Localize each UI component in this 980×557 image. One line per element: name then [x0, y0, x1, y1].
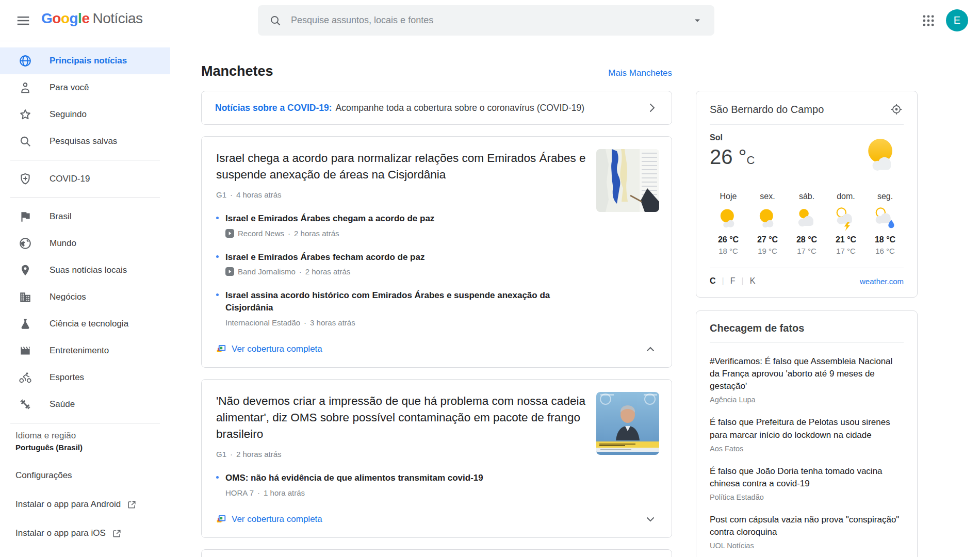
logo-letter: g — [70, 10, 78, 26]
bullet-icon — [216, 255, 219, 258]
article-title[interactable]: Israel chega a acordo para normalizar re… — [216, 150, 587, 183]
fact-check-headline[interactable]: #Verificamos: É falso que Assembleia Nac… — [710, 355, 904, 392]
film-icon — [19, 344, 32, 357]
article-thumbnail-who-briefing[interactable] — [596, 392, 659, 455]
sidebar-item-esportes[interactable]: Esportes — [0, 364, 170, 391]
main-content: Manchetes Mais Manchetes Notícias sobre … — [201, 41, 672, 557]
sidebar-item-label: Negócios — [50, 292, 86, 302]
sidebar-item-seguindo[interactable]: Seguindo — [0, 101, 170, 128]
install-ios-link[interactable]: Instalar o app para iOS — [15, 528, 170, 538]
related-article-title[interactable]: Israel e Emirados Árabes fecham acordo d… — [225, 251, 577, 264]
meta-dot: · — [230, 190, 233, 199]
full-coverage-link[interactable]: Ver cobertura completa — [216, 514, 322, 525]
bullet-icon — [216, 217, 219, 219]
fact-check-title: Checagem de fatos — [710, 322, 904, 334]
related-article-time: 3 horas atrás — [310, 318, 355, 327]
chevron-down-icon[interactable] — [644, 513, 657, 526]
external-link-icon — [127, 500, 137, 510]
sidebar-item-label: Entretenimento — [50, 346, 109, 356]
chevron-up-icon[interactable] — [644, 342, 657, 356]
related-article-title[interactable]: Israel assina acordo histórico com Emira… — [225, 289, 577, 314]
sidebar-item-covid-19[interactable]: COVID-19 — [0, 166, 170, 192]
sun-cloud-icon — [754, 205, 781, 232]
sun-cloud-icon — [858, 133, 904, 178]
weather-provider-link[interactable]: weather.com — [860, 277, 904, 286]
full-coverage-label: Ver cobertura completa — [232, 344, 322, 354]
related-article-title[interactable]: OMS: não há evidência de que alimentos t… — [225, 472, 577, 484]
unit-kelvin[interactable]: K — [750, 276, 756, 286]
divider — [10, 198, 160, 198]
full-coverage-link[interactable]: Ver cobertura completa — [216, 344, 322, 354]
sidebar-item-label: Seguindo — [50, 109, 87, 120]
sidebar-item-label: Brasil — [50, 211, 72, 222]
covid-banner-label: Notícias sobre a COVID-19: — [215, 103, 332, 113]
fact-check-item: É falso que Prefeitura de Pelotas usou s… — [710, 416, 904, 452]
google-news-logo[interactable]: GoogleNotícias — [41, 10, 143, 27]
sidebar-item-label: COVID-19 — [50, 174, 90, 184]
search-icon — [269, 14, 282, 27]
sidebar-item-para-voce[interactable]: Para você — [0, 74, 170, 101]
day-high-temp: 28 °C — [788, 235, 825, 244]
sidebar-item-pesquisas-salvas[interactable]: Pesquisas salvas — [0, 128, 170, 155]
sidebar-item-brasil[interactable]: Brasil — [0, 203, 170, 230]
install-ios-label: Instalar o app para iOS — [15, 528, 106, 538]
language-region-label[interactable]: Idioma e região — [15, 431, 170, 441]
hamburger-menu-icon[interactable] — [15, 12, 33, 29]
my-location-icon[interactable] — [890, 103, 904, 116]
day-low-temp: 16 °C — [867, 247, 904, 255]
day-high-temp: 27 °C — [749, 235, 786, 244]
sidebar-item-ciencia-tecnologia[interactable]: Ciência e tecnologia — [0, 310, 170, 337]
language-region-value[interactable]: Português (Brasil) — [15, 443, 170, 452]
sidebar-item-saude[interactable]: Saúde — [0, 391, 170, 418]
fact-check-headline[interactable]: É falso que Prefeitura de Pelotas usou s… — [710, 416, 904, 441]
partly-cloudy-icon — [793, 205, 820, 232]
world-icon — [19, 237, 32, 250]
shield-plus-icon — [19, 172, 32, 186]
related-article-title[interactable]: Israel e Emirados Árabes chegam a acordo… — [225, 212, 577, 225]
building-icon — [19, 290, 32, 304]
right-column: São Bernardo do Campo Sol 26 °C — [696, 91, 918, 557]
sidebar-item-label: Suas notícias locais — [50, 265, 127, 275]
logo-letter: o — [52, 10, 61, 26]
full-coverage-label: Ver cobertura completa — [232, 514, 322, 525]
sidebar: Principais notícias Para você Seguindo P… — [0, 41, 170, 538]
related-article-time: 2 horas atrás — [294, 229, 339, 238]
settings-link[interactable]: Configurações — [15, 470, 170, 481]
sidebar-item-entretenimento[interactable]: Entretenimento — [0, 337, 170, 364]
fact-check-item: #Verificamos: É falso que Assembleia Nac… — [710, 355, 904, 404]
related-article-source: Record News — [238, 229, 284, 238]
more-headlines-link[interactable]: Mais Manchetes — [608, 68, 672, 78]
sidebar-item-noticias-locais[interactable]: Suas notícias locais — [0, 257, 170, 284]
unit-fahrenheit[interactable]: F — [730, 276, 736, 286]
google-news-page: GoogleNotícias E Principais notíc — [0, 0, 980, 557]
article-thumbnail-map[interactable] — [596, 149, 659, 212]
search-bar[interactable] — [258, 5, 714, 36]
covid-news-banner[interactable]: Notícias sobre a COVID-19: Acompanhe tod… — [201, 91, 672, 125]
weather-temp-unit: C — [747, 154, 755, 167]
fact-check-headline[interactable]: Post com cápsula vazia não prova "conspi… — [710, 514, 904, 538]
install-android-link[interactable]: Instalar o app para Android — [15, 499, 170, 510]
related-article: Israel e Emirados Árabes chegam a acordo… — [216, 212, 577, 238]
related-article-source: HORA 7 — [225, 488, 254, 497]
search-dropdown-caret-icon[interactable] — [692, 15, 703, 26]
divider — [10, 423, 160, 423]
day-name: sex. — [749, 192, 786, 201]
sidebar-item-negocios[interactable]: Negócios — [0, 284, 170, 310]
sidebar-item-label: Pesquisas salvas — [50, 136, 117, 146]
meta-dot: · — [304, 318, 306, 327]
search-input[interactable] — [291, 15, 692, 26]
day-name: dom. — [827, 192, 864, 201]
google-apps-grid-icon[interactable] — [921, 13, 936, 28]
sidebar-item-mundo[interactable]: Mundo — [0, 230, 170, 257]
article-title[interactable]: 'Não devemos criar a impressão de que há… — [216, 393, 587, 443]
unit-celsius[interactable]: C — [710, 276, 716, 286]
bicycle-icon — [19, 371, 32, 384]
related-article-source: Band Jornalismo — [238, 267, 296, 276]
meta-dot: · — [288, 229, 290, 238]
unit-separator: | — [722, 276, 724, 286]
avatar[interactable]: E — [946, 9, 968, 31]
related-article-time: 1 hora atrás — [264, 488, 305, 497]
fact-check-source: Política Estadão — [710, 493, 904, 501]
sidebar-item-principais-noticias[interactable]: Principais notícias — [0, 47, 170, 74]
fact-check-headline[interactable]: É falso que João Doria tenha tomado vaci… — [710, 465, 904, 490]
